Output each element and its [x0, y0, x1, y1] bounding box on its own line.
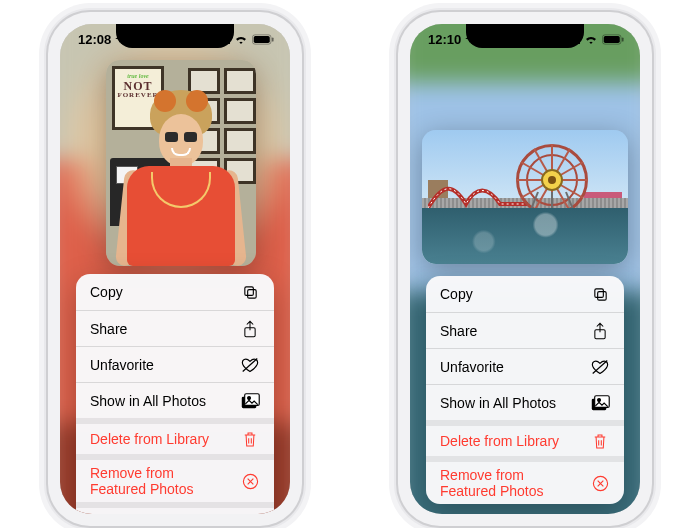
menu-item-remove-from-featured[interactable]: Remove from Featured Photos: [76, 454, 274, 502]
svg-rect-24: [597, 291, 606, 300]
poster-text: FOREVER: [117, 92, 158, 99]
menu-item-delete-from-library[interactable]: Delete from Library: [76, 418, 274, 454]
copy-icon: [240, 284, 260, 301]
menu-item-show-in-all-photos[interactable]: Show in All Photos: [426, 384, 624, 420]
svg-line-27: [593, 360, 608, 373]
wifi-icon: [234, 34, 248, 44]
menu-item-label: Unfavorite: [90, 357, 240, 373]
status-time: 12:10: [428, 32, 461, 47]
menu-item-feature-person-less[interactable]: Feature This Person Less: [76, 502, 274, 514]
ferris-wheel-icon: [516, 144, 588, 216]
iphone-device-right: 12:10: [398, 12, 652, 526]
heart-slash-icon: [590, 359, 610, 375]
share-icon: [590, 322, 610, 340]
menu-item-share[interactable]: Share: [76, 310, 274, 346]
heart-slash-icon: [240, 357, 260, 373]
context-menu: Copy Share Unfavorite Show in All Photos: [76, 274, 274, 514]
photo-preview[interactable]: [422, 130, 628, 264]
menu-item-label: Feature This Person Less: [90, 513, 240, 514]
context-menu: Copy Share Unfavorite Show in All Photos: [426, 276, 624, 504]
svg-rect-6: [272, 37, 274, 41]
trash-icon: [240, 431, 260, 448]
menu-item-label: Delete from Library: [440, 433, 590, 449]
photo-preview[interactable]: true love NOT FOREVER: [106, 60, 256, 266]
trash-icon: [590, 433, 610, 450]
copy-icon: [590, 286, 610, 303]
svg-rect-7: [247, 289, 256, 298]
share-icon: [240, 320, 260, 338]
svg-rect-23: [622, 37, 624, 41]
menu-item-remove-from-featured[interactable]: Remove from Featured Photos: [426, 456, 624, 504]
notch: [116, 24, 234, 48]
menu-item-label: Remove from Featured Photos: [90, 465, 240, 497]
menu-item-label: Remove from Featured Photos: [440, 467, 590, 499]
battery-icon: [602, 34, 624, 45]
photo-content: [422, 130, 628, 264]
menu-item-label: Show in All Photos: [440, 395, 590, 411]
menu-item-label: Unfavorite: [440, 359, 590, 375]
menu-item-label: Share: [440, 323, 590, 339]
screen: 12:10: [410, 24, 640, 514]
photo-stack-icon: [590, 395, 610, 411]
menu-item-label: Delete from Library: [90, 431, 240, 447]
svg-line-10: [243, 358, 258, 371]
status-time: 12:08: [78, 32, 111, 47]
menu-item-label: Share: [90, 321, 240, 337]
circle-x-icon: [590, 475, 610, 492]
menu-item-show-in-all-photos[interactable]: Show in All Photos: [76, 382, 274, 418]
svg-rect-5: [254, 36, 270, 43]
menu-item-delete-from-library[interactable]: Delete from Library: [426, 420, 624, 456]
wifi-icon: [584, 34, 598, 44]
battery-icon: [252, 34, 274, 45]
menu-item-unfavorite[interactable]: Unfavorite: [426, 348, 624, 384]
menu-item-label: Copy: [440, 286, 590, 302]
menu-item-unfavorite[interactable]: Unfavorite: [76, 346, 274, 382]
photo-stack-icon: [240, 393, 260, 409]
menu-item-label: Copy: [90, 284, 240, 300]
notch: [466, 24, 584, 48]
svg-rect-8: [244, 286, 253, 295]
menu-item-copy[interactable]: Copy: [426, 276, 624, 312]
iphone-device-left: 12:08 true l: [48, 12, 302, 526]
circle-x-icon: [240, 473, 260, 490]
photo-content: true love NOT FOREVER: [106, 60, 256, 266]
screen: 12:08 true l: [60, 24, 290, 514]
svg-point-30: [597, 398, 600, 401]
svg-rect-22: [604, 36, 620, 43]
svg-rect-25: [594, 288, 603, 297]
menu-item-copy[interactable]: Copy: [76, 274, 274, 310]
svg-point-13: [247, 396, 250, 399]
menu-item-label: Show in All Photos: [90, 393, 240, 409]
menu-item-share[interactable]: Share: [426, 312, 624, 348]
